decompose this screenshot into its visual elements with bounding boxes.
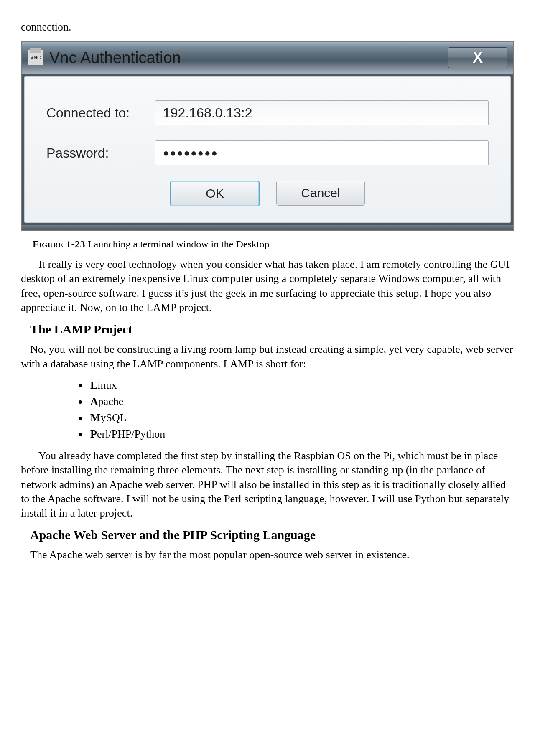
- paragraph-1: It really is very cool technology when y…: [21, 257, 514, 315]
- vnc-auth-dialog: VNC Vnc Authentication X Connected to: 1…: [21, 41, 514, 231]
- ok-button[interactable]: OK: [170, 181, 260, 206]
- dialog-titlebar: VNC Vnc Authentication X: [22, 42, 513, 74]
- password-row: Password: ●●●●●●●●: [46, 140, 489, 165]
- leading-text: connection.: [21, 21, 514, 33]
- list-item-bold: L: [90, 379, 97, 391]
- lamp-list: Linux Apache MySQL Perl/PHP/Python: [21, 377, 514, 442]
- list-item: Perl/PHP/Python: [88, 426, 514, 442]
- paragraph-3: You already have completed the first ste…: [21, 449, 514, 521]
- connected-row: Connected to: 192.168.0.13:2: [46, 100, 489, 125]
- password-label: Password:: [46, 145, 155, 161]
- list-item-rest: ySQL: [101, 412, 127, 424]
- password-input[interactable]: ●●●●●●●●: [155, 140, 489, 165]
- dialog-body: Connected to: 192.168.0.13:2 Password: ●…: [24, 76, 511, 223]
- list-item-rest: pache: [98, 395, 124, 407]
- dialog-title: Vnc Authentication: [49, 49, 448, 67]
- heading-lamp-project: The LAMP Project: [30, 322, 514, 336]
- close-icon: X: [473, 49, 483, 66]
- connected-label: Connected to:: [46, 105, 155, 121]
- paragraph-4: The Apache web server is by far the most…: [21, 548, 514, 562]
- list-item-bold: P: [90, 428, 97, 440]
- figure-caption: Figure 1-23 Launching a terminal window …: [33, 239, 514, 250]
- paragraph-2: No, you will not be constructing a livin…: [21, 342, 514, 371]
- figure-text: Launching a terminal window in the Deskt…: [85, 239, 270, 249]
- vnc-icon-label: VNC: [30, 55, 41, 61]
- connected-value: 192.168.0.13:2: [155, 100, 489, 125]
- cancel-button[interactable]: Cancel: [276, 181, 365, 206]
- close-button[interactable]: X: [448, 47, 507, 68]
- list-item: MySQL: [88, 410, 514, 426]
- list-item-bold: M: [90, 412, 101, 424]
- list-item: Apache: [88, 393, 514, 410]
- figure-label: Figure 1-23: [33, 239, 85, 249]
- list-item-rest: erl/PHP/Python: [97, 428, 165, 440]
- list-item: Linux: [88, 377, 514, 393]
- list-item-rest: inux: [97, 379, 117, 391]
- list-item-bold: A: [90, 395, 98, 407]
- heading-apache: Apache Web Server and the PHP Scripting …: [30, 528, 514, 542]
- dialog-footer-shade: [22, 225, 513, 230]
- vnc-icon: VNC: [28, 50, 43, 66]
- dialog-button-row: OK Cancel: [46, 181, 489, 206]
